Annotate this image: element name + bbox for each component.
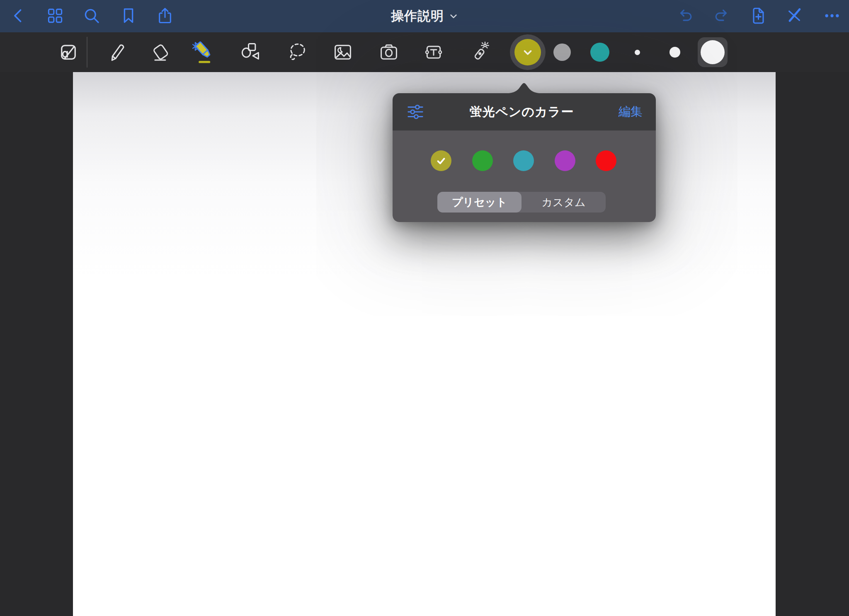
- add-page-icon[interactable]: [747, 5, 769, 27]
- preset-color-green[interactable]: [472, 150, 493, 171]
- document-title-menu[interactable]: 操作説明: [391, 0, 458, 32]
- checkmark-icon: [434, 154, 448, 168]
- stroke-settings-icon[interactable]: [406, 102, 425, 121]
- back-icon[interactable]: [8, 5, 29, 27]
- highlighter-tool-icon[interactable]: [192, 41, 216, 64]
- undo-icon[interactable]: [675, 5, 696, 27]
- tab-preset[interactable]: プリセット: [437, 192, 522, 213]
- preset-color-purple[interactable]: [555, 150, 575, 171]
- camera-tool-icon[interactable]: [377, 41, 400, 64]
- chevron-down-icon: [519, 44, 536, 60]
- laser-pointer-tool-icon[interactable]: [468, 41, 491, 64]
- stroke-dot-large: [701, 40, 725, 64]
- top-navigation-bar: 操作説明: [0, 0, 849, 32]
- search-icon[interactable]: [81, 5, 102, 27]
- page-view-icon[interactable]: [57, 41, 80, 64]
- preset-custom-segmented-control: プリセットカスタム: [437, 192, 606, 213]
- share-icon[interactable]: [154, 5, 176, 27]
- stroke-size-medium[interactable]: [669, 47, 680, 58]
- tab-custom[interactable]: カスタム: [522, 192, 606, 213]
- page-margin-left: [0, 72, 73, 616]
- stroke-size-small[interactable]: [635, 50, 640, 55]
- lasso-tool-icon[interactable]: [286, 41, 309, 64]
- stroke-size-large[interactable]: [698, 37, 728, 67]
- stylus-off-icon[interactable]: [784, 5, 805, 27]
- chevron-down-icon: [449, 12, 458, 21]
- eraser-tool-icon[interactable]: [149, 41, 172, 64]
- tools-toolbar: [0, 32, 849, 72]
- thumbnails-grid-icon[interactable]: [44, 5, 66, 27]
- text-tool-icon[interactable]: [422, 41, 445, 64]
- redo-icon[interactable]: [711, 5, 732, 27]
- preset-color-red[interactable]: [596, 150, 616, 171]
- image-tool-icon[interactable]: [331, 41, 354, 64]
- more-icon[interactable]: [821, 5, 843, 27]
- pen-tool-icon[interactable]: [104, 41, 128, 64]
- toolbar-color-yellow[interactable]: [514, 39, 541, 65]
- page-margin-right: [776, 72, 849, 616]
- selected-color-ring: [510, 34, 546, 70]
- toolbar-color-gray[interactable]: [553, 43, 571, 61]
- shapes-tool-icon[interactable]: [239, 41, 262, 64]
- popup-title: 蛍光ペンのカラー: [425, 104, 619, 121]
- highlighter-color-popup: 蛍光ペンのカラー 編集 プリセットカスタム: [393, 93, 656, 222]
- toolbar-divider: [87, 37, 87, 68]
- page-title: 操作説明: [391, 7, 444, 25]
- edit-button[interactable]: 編集: [619, 104, 643, 120]
- bookmark-icon[interactable]: [118, 5, 139, 27]
- popup-header: 蛍光ペンのカラー 編集: [393, 93, 656, 130]
- preset-color-teal[interactable]: [513, 150, 534, 171]
- toolbar-color-teal[interactable]: [590, 43, 609, 62]
- preset-color-yellow[interactable]: [431, 150, 451, 171]
- popup-arrow: [499, 81, 549, 94]
- popup-body: プリセットカスタム: [393, 130, 656, 222]
